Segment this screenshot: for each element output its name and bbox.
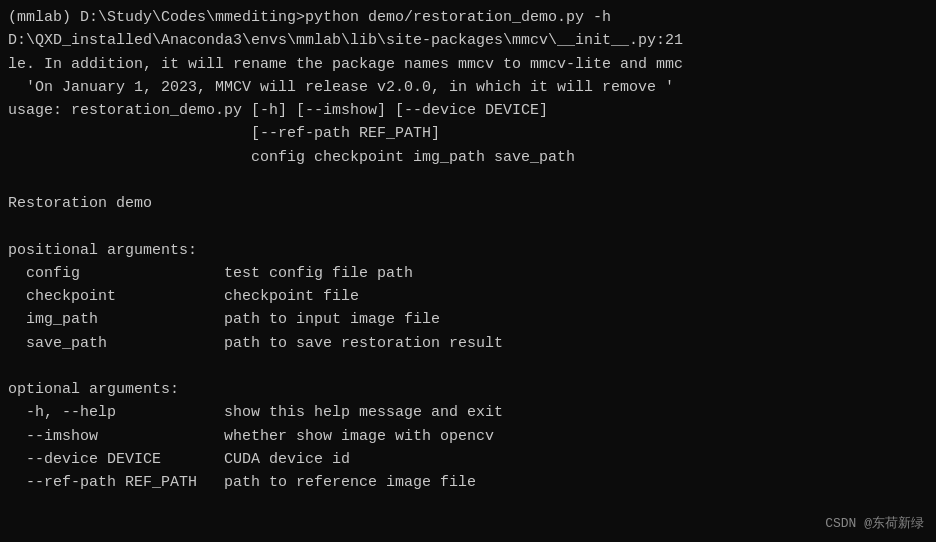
- terminal-line: Restoration demo: [8, 192, 928, 215]
- terminal-line: --ref-path REF_PATH path to reference im…: [8, 471, 928, 494]
- terminal-line: save_path path to save restoration resul…: [8, 332, 928, 355]
- terminal-line: D:\QXD_installed\Anaconda3\envs\mmlab\li…: [8, 29, 928, 52]
- terminal-line: config checkpoint img_path save_path: [8, 146, 928, 169]
- terminal-line: --device DEVICE CUDA device id: [8, 448, 928, 471]
- terminal-line: (mmlab) D:\Study\Codes\mmediting>python …: [8, 6, 928, 29]
- watermark: CSDN @东荷新绿: [825, 514, 924, 532]
- terminal-line: le. In addition, it will rename the pack…: [8, 53, 928, 76]
- terminal-line: checkpoint checkpoint file: [8, 285, 928, 308]
- terminal-line: [--ref-path REF_PATH]: [8, 122, 928, 145]
- terminal-line: usage: restoration_demo.py [-h] [--imsho…: [8, 99, 928, 122]
- terminal-line: optional arguments:: [8, 378, 928, 401]
- terminal-line: config test config file path: [8, 262, 928, 285]
- terminal-output: (mmlab) D:\Study\Codes\mmediting>python …: [8, 6, 928, 494]
- terminal-line: --imshow whether show image with opencv: [8, 425, 928, 448]
- terminal-line: [8, 169, 928, 192]
- terminal-window: (mmlab) D:\Study\Codes\mmediting>python …: [0, 0, 936, 542]
- terminal-line: [8, 215, 928, 238]
- terminal-line: positional arguments:: [8, 239, 928, 262]
- terminal-line: img_path path to input image file: [8, 308, 928, 331]
- terminal-line: [8, 355, 928, 378]
- terminal-line: -h, --help show this help message and ex…: [8, 401, 928, 424]
- terminal-line: 'On January 1, 2023, MMCV will release v…: [8, 76, 928, 99]
